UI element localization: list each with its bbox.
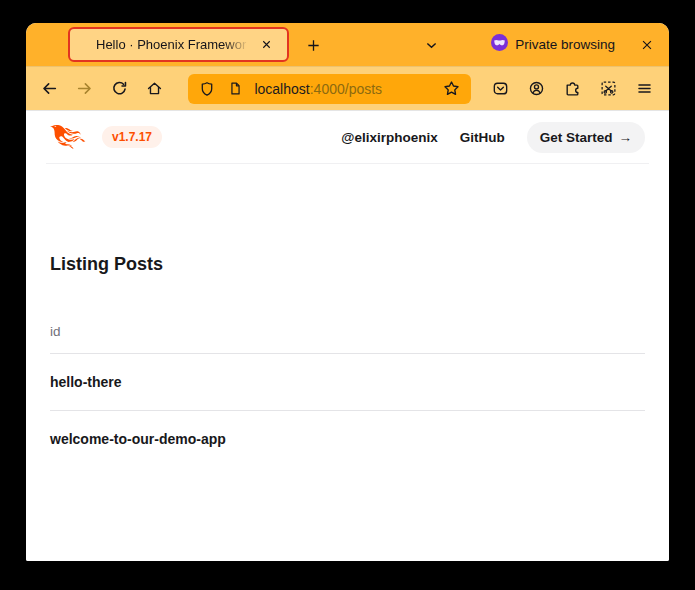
toolbar-right-icons xyxy=(487,75,659,103)
screenshot-scissors-icon[interactable] xyxy=(595,75,623,103)
browser-tab[interactable]: Hello · Phoenix Framewor xyxy=(68,27,289,62)
url-path: :4000/posts xyxy=(310,81,382,97)
get-started-button[interactable]: Get Started → xyxy=(527,122,645,153)
private-mask-icon xyxy=(491,34,508,55)
arrow-right-icon: → xyxy=(619,130,633,145)
table-row[interactable]: hello-there xyxy=(50,353,645,410)
pocket-icon[interactable] xyxy=(487,75,515,103)
url-host: localhost xyxy=(254,81,309,97)
browser-window: Hello · Phoenix Framewor Private brow xyxy=(26,23,669,561)
private-browsing-badge: Private browsing xyxy=(491,23,615,66)
forward-button[interactable] xyxy=(71,75,98,103)
url-text: localhost:4000/posts xyxy=(254,81,382,97)
menu-hamburger-icon[interactable] xyxy=(631,75,659,103)
desktop-background: Hello · Phoenix Framewor Private brow xyxy=(0,0,695,590)
phoenix-logo[interactable] xyxy=(50,125,86,149)
tab-title: Hello · Phoenix Framewor xyxy=(96,37,253,52)
navigation-toolbar: localhost:4000/posts xyxy=(26,66,669,110)
window-close-button[interactable] xyxy=(634,32,660,58)
table-row[interactable]: welcome-to-our-demo-app xyxy=(50,410,645,467)
private-browsing-label: Private browsing xyxy=(515,37,615,52)
extensions-puzzle-icon[interactable] xyxy=(559,75,587,103)
shield-icon[interactable] xyxy=(194,76,220,102)
url-bar[interactable]: localhost:4000/posts xyxy=(188,74,471,104)
column-header-id: id xyxy=(50,324,645,353)
tab-close-icon[interactable] xyxy=(255,34,277,56)
version-badge: v1.7.17 xyxy=(102,126,162,148)
bookmark-star-icon[interactable] xyxy=(439,76,465,102)
page-content: v1.7.17 @elixirphoenix GitHub Get Starte… xyxy=(26,110,669,561)
posts-table: id hello-there welcome-to-our-demo-app xyxy=(50,324,645,467)
home-icon[interactable] xyxy=(141,75,168,103)
new-tab-button[interactable] xyxy=(300,32,326,58)
page-permissions-icon[interactable] xyxy=(222,76,248,102)
github-link[interactable]: GitHub xyxy=(460,130,505,145)
account-icon[interactable] xyxy=(523,75,551,103)
page-title: Listing Posts xyxy=(50,250,645,278)
twitter-link[interactable]: @elixirphoenix xyxy=(341,130,437,145)
get-started-label: Get Started xyxy=(540,130,613,145)
tab-bar: Hello · Phoenix Framewor Private brow xyxy=(26,23,669,66)
list-tabs-chevron-icon[interactable] xyxy=(418,32,444,58)
main-content: Listing Posts id hello-there welcome-to-… xyxy=(26,250,669,467)
site-header: v1.7.17 @elixirphoenix GitHub Get Starte… xyxy=(46,111,649,164)
reload-icon[interactable] xyxy=(106,75,133,103)
back-button[interactable] xyxy=(36,75,63,103)
